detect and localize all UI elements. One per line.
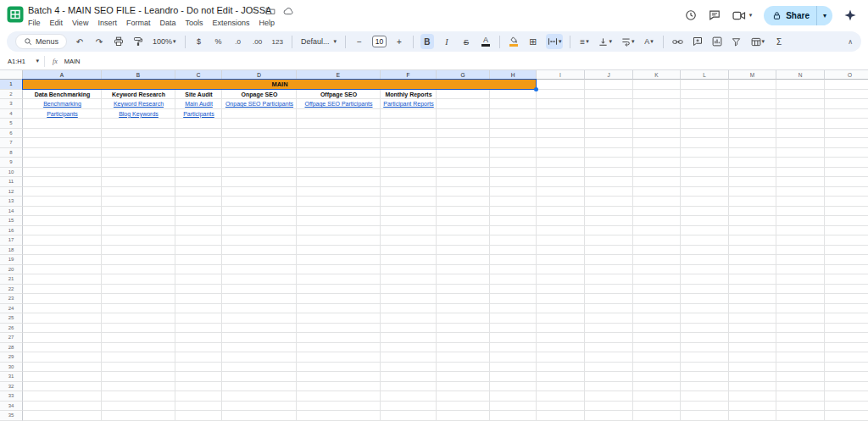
meet-button[interactable]: ▾ [732, 10, 753, 21]
comment-history-icon[interactable] [709, 9, 721, 21]
cell-F3[interactable]: Participant Reports [381, 99, 437, 109]
undo-button[interactable]: ↶ [73, 34, 86, 49]
number-format-button[interactable]: 123 [270, 34, 285, 49]
row-header-15[interactable]: 15 [0, 216, 23, 226]
row-header-18[interactable]: 18 [0, 246, 23, 256]
decrease-font-size-button[interactable]: − [353, 34, 366, 49]
cell-C3[interactable]: Main Audit [175, 99, 222, 109]
star-icon[interactable]: ☆ [250, 5, 258, 17]
row-header-22[interactable]: 22 [0, 285, 23, 295]
column-header-A[interactable]: A [23, 70, 102, 80]
row-header-20[interactable]: 20 [0, 265, 23, 275]
row-header-21[interactable]: 21 [0, 274, 23, 285]
row-header-14[interactable]: 14 [0, 207, 23, 217]
column-header-J[interactable]: J [585, 70, 633, 80]
cell-A3[interactable]: Benchmarking [23, 99, 102, 109]
cell-E3[interactable]: Offpage SEO Participants [297, 99, 381, 109]
cell-B3[interactable]: Keyword Research [102, 99, 175, 109]
row-header-35[interactable]: 35 [0, 411, 23, 421]
formula-input[interactable]: MAIN [64, 58, 81, 65]
row-header-9[interactable]: 9 [0, 158, 23, 168]
cell-A2[interactable]: Data Benchmarking [23, 90, 102, 100]
cell-F2[interactable]: Monthly Reports [381, 90, 437, 100]
currency-format-button[interactable]: $ [192, 34, 206, 49]
column-header-D[interactable]: D [222, 70, 297, 80]
row-header-5[interactable]: 5 [0, 119, 23, 129]
row-header-1[interactable]: 1 [0, 80, 23, 90]
select-all-corner[interactable] [0, 70, 23, 80]
column-header-L[interactable]: L [681, 70, 729, 80]
column-header-M[interactable]: M [729, 70, 776, 80]
column-header-F[interactable]: F [381, 70, 437, 80]
row-header-8[interactable]: 8 [0, 148, 23, 158]
gemini-sparkle-icon[interactable] [844, 9, 856, 21]
borders-button[interactable]: ⊞ [526, 34, 540, 49]
cell-B2[interactable]: Keyword Research [102, 90, 175, 100]
menu-view[interactable]: View [72, 19, 88, 27]
column-header-G[interactable]: G [437, 70, 490, 80]
share-main[interactable]: Share [764, 11, 816, 20]
insert-link-button[interactable] [670, 34, 685, 49]
row-header-27[interactable]: 27 [0, 333, 23, 343]
font-family-select[interactable]: Defaul... ▾ [299, 37, 338, 46]
bold-button[interactable]: B [420, 34, 434, 49]
row-header-6[interactable]: 6 [0, 129, 23, 139]
horizontal-align-button[interactable]: ≡ ▾ [577, 34, 591, 49]
row-header-12[interactable]: 12 [0, 187, 23, 197]
row-header-34[interactable]: 34 [0, 402, 23, 412]
column-header-E[interactable]: E [297, 70, 381, 80]
cell-A1[interactable]: MAIN [23, 80, 537, 90]
sheets-logo-icon[interactable] [7, 6, 24, 23]
column-header-N[interactable]: N [776, 70, 825, 80]
vertical-align-button[interactable]: ▾ [597, 34, 614, 49]
row-header-28[interactable]: 28 [0, 343, 23, 353]
cell-E2[interactable]: Offpage SEO [297, 90, 381, 100]
version-history-icon[interactable] [685, 9, 697, 21]
column-header-I[interactable]: I [537, 70, 585, 80]
cell-B4[interactable]: Blog Keywords [102, 109, 175, 119]
share-button[interactable]: Share ▾ [764, 6, 832, 25]
menu-file[interactable]: File [28, 19, 41, 27]
increase-font-size-button[interactable]: + [392, 34, 406, 49]
decrease-decimal-button[interactable]: .0 [231, 34, 245, 49]
row-header-24[interactable]: 24 [0, 304, 23, 314]
insert-chart-button[interactable] [710, 34, 724, 49]
column-header-K[interactable]: K [633, 70, 681, 80]
row-header-3[interactable]: 3 [0, 99, 23, 109]
menus-search-button[interactable]: Menus [15, 34, 67, 49]
row-header-4[interactable]: 4 [0, 109, 23, 119]
row-header-23[interactable]: 23 [0, 294, 23, 304]
cell-D3[interactable]: Onpage SEO Participants [222, 99, 297, 109]
cell-C2[interactable]: Site Audit [175, 90, 222, 100]
row-header-17[interactable]: 17 [0, 235, 23, 246]
redo-button[interactable]: ↷ [92, 34, 106, 49]
create-filter-button[interactable] [730, 34, 743, 49]
italic-button[interactable]: I [440, 34, 453, 49]
row-header-13[interactable]: 13 [0, 197, 23, 207]
menu-help[interactable]: Help [259, 19, 275, 27]
insert-comment-button[interactable] [691, 34, 704, 49]
cell-C4[interactable]: Participants [175, 109, 222, 119]
table-views-button[interactable]: ▾ [749, 34, 767, 49]
row-header-26[interactable]: 26 [0, 324, 23, 334]
share-dropdown[interactable]: ▾ [816, 6, 832, 25]
row-header-2[interactable]: 2 [0, 90, 23, 100]
functions-button[interactable]: Σ [772, 34, 786, 49]
text-color-button[interactable]: A [479, 34, 492, 49]
percent-format-button[interactable]: % [212, 34, 225, 49]
paint-format-button[interactable] [131, 34, 145, 49]
zoom-select[interactable]: 100% ▾ [151, 34, 178, 49]
document-title[interactable]: Batch 4 - MAIN SEO FILE - Leandro - Do n… [28, 5, 271, 15]
text-wrap-button[interactable]: ▾ [620, 34, 637, 49]
row-header-30[interactable]: 30 [0, 363, 23, 373]
menu-data[interactable]: Data [159, 19, 175, 27]
row-header-32[interactable]: 32 [0, 382, 23, 392]
text-rotation-button[interactable]: A ▾ [643, 34, 656, 49]
column-header-H[interactable]: H [490, 70, 537, 80]
menu-extensions[interactable]: Extensions [212, 19, 249, 27]
cloud-status-icon[interactable] [283, 6, 294, 16]
column-header-B[interactable]: B [102, 70, 175, 80]
row-header-33[interactable]: 33 [0, 391, 23, 402]
row-header-7[interactable]: 7 [0, 138, 23, 148]
row-header-29[interactable]: 29 [0, 352, 23, 363]
